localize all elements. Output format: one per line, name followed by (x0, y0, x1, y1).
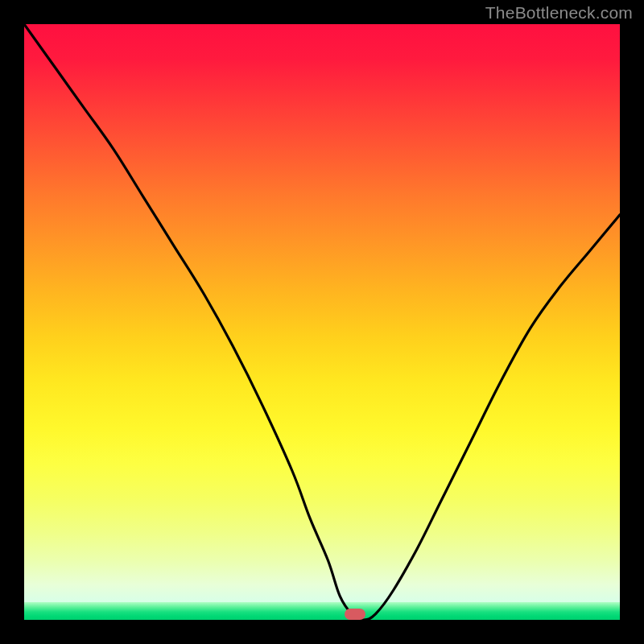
bottleneck-curve (24, 24, 620, 620)
optimal-point-marker (345, 609, 365, 620)
plot-area (24, 24, 620, 620)
chart-frame: TheBottleneck.com (0, 0, 644, 644)
watermark-text: TheBottleneck.com (485, 3, 633, 23)
